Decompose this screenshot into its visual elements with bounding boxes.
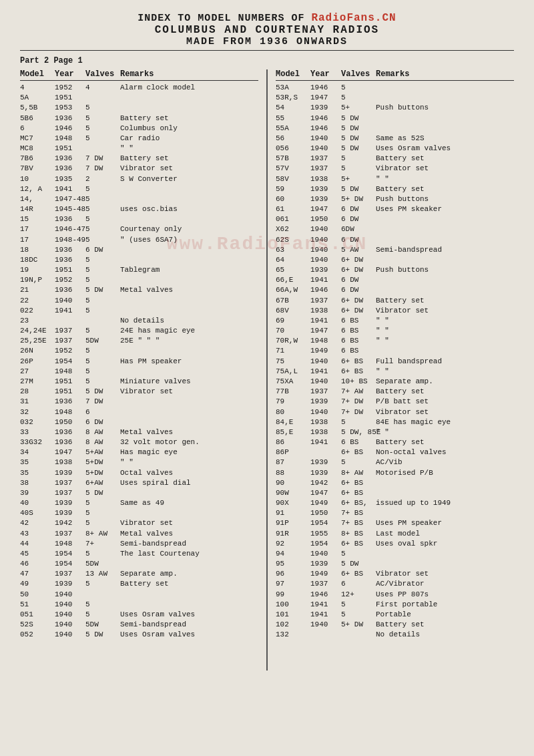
valves-cell	[85, 316, 120, 326]
year-cell: 1948	[55, 367, 85, 377]
year-cell: 1951	[55, 265, 85, 275]
valves-cell: 6 DW	[341, 285, 376, 295]
valves-cell: 5	[85, 518, 120, 528]
valves-cell: 5DW	[85, 336, 120, 346]
valves-cell: 5	[341, 83, 376, 93]
remarks-cell: " (uses 6SA7)	[120, 235, 258, 245]
valves-cell: 8 AW	[85, 427, 120, 437]
model-cell: 52S	[20, 620, 55, 630]
table-row: X62 1940 6DW	[276, 224, 514, 234]
table-row: 77B 1937 7+ AW Battery set	[276, 387, 514, 397]
table-row: 63 1940 5 AW Semi-bandspread	[276, 245, 514, 255]
model-cell: 5B6	[20, 114, 55, 124]
model-cell: 75XA	[276, 377, 310, 387]
valves-cell: 5	[85, 508, 120, 518]
table-row: 52S 1940 5DW Semi-bandspread	[20, 620, 258, 630]
model-cell: 7BV	[20, 164, 55, 174]
valves-cell: 5 DW	[85, 285, 120, 295]
table-row: 96 1949 6+ BS Vibrator set	[276, 569, 514, 579]
remarks-cell: Uses PM skeaker	[376, 204, 514, 214]
model-cell: 38	[20, 478, 55, 488]
table-row: 45 1954 5 The last Courtenay	[20, 549, 258, 559]
table-row: 35 1939 5+DW Octal valves	[20, 468, 258, 478]
valves-cell: 13 AW	[85, 569, 120, 579]
model-cell: 54	[276, 103, 310, 113]
valves-cell: 5	[85, 367, 120, 377]
remarks-cell	[376, 478, 514, 488]
table-row: 43 1937 8+ AW Metal valves	[20, 529, 258, 539]
model-cell: 056	[276, 144, 310, 154]
table-row: 27 1948 5	[20, 367, 258, 377]
model-cell: 7B6	[20, 154, 55, 164]
remarks-cell	[376, 235, 514, 245]
valves-cell: 5 DW	[341, 559, 376, 569]
model-cell: 55A	[276, 124, 310, 134]
model-cell: 45	[20, 549, 55, 559]
brand-watermark: RadioFans.CN	[311, 12, 396, 24]
remarks-cell	[376, 114, 514, 124]
model-cell: 43	[20, 529, 55, 539]
model-cell: 5,5B	[20, 103, 55, 113]
year-cell	[310, 630, 341, 640]
year-cell: 1937	[310, 387, 341, 397]
table-row: 91 1950 7+ BS	[276, 508, 514, 518]
valves-cell: 5 DW	[341, 114, 376, 124]
left-model-header: Model	[20, 69, 55, 79]
remarks-cell	[120, 488, 258, 498]
remarks-cell: Semi-bandspread	[120, 620, 258, 630]
valves-cell: 5	[85, 134, 120, 144]
remarks-cell	[376, 508, 514, 518]
model-cell: 44	[20, 539, 55, 549]
remarks-cell: " "	[120, 457, 258, 467]
model-cell: 51	[20, 600, 55, 610]
year-cell: 1945-48	[55, 204, 85, 214]
model-cell: 99	[276, 590, 310, 600]
valves-cell: 6+ BS	[341, 539, 376, 549]
remarks-cell: Battery set	[376, 620, 514, 630]
valves-cell: 7 DW	[85, 164, 120, 174]
remarks-cell: Portable	[376, 610, 514, 620]
year-cell: 1955	[310, 529, 341, 539]
model-cell: 88	[276, 468, 310, 478]
valves-cell: 6 BS	[341, 326, 376, 336]
model-cell: 032	[20, 417, 55, 427]
remarks-cell: Courtenay only	[120, 224, 258, 234]
right-rows: 53A 1946 5 53R,S 1947 5 54 1939 5+ Push …	[276, 83, 514, 640]
year-cell: 1936	[55, 285, 85, 295]
valves-cell: 5+	[341, 103, 376, 113]
model-cell: 33G32	[20, 437, 55, 447]
model-cell: 18	[20, 245, 55, 255]
table-row: 33 1936 8 AW Metal valves	[20, 427, 258, 437]
table-row: 46 1954 5DW	[20, 559, 258, 569]
table-row: 25,25E 1937 5DW 25E " " "	[20, 336, 258, 346]
model-cell: 27	[20, 367, 55, 377]
model-cell: 55	[276, 114, 310, 124]
year-cell: 1940	[310, 377, 341, 387]
model-cell: 90W	[276, 488, 310, 498]
valves-cell: 6 DW	[341, 235, 376, 245]
year-cell: 1937	[310, 164, 341, 174]
header-line3: MADE FROM 1936 ONWARDS	[20, 36, 514, 51]
model-cell: 95	[276, 559, 310, 569]
remarks-cell: Battery set	[376, 184, 514, 194]
table-row: 15 1936 5	[20, 214, 258, 224]
model-cell: 66,E	[276, 275, 310, 285]
valves-cell: 5	[85, 265, 120, 275]
remarks-cell: Last model	[376, 529, 514, 539]
model-cell: 97	[276, 579, 310, 589]
table-row: 39 1937 5 DW	[20, 488, 258, 498]
table-row: 91R 1955 8+ BS Last model	[276, 529, 514, 539]
table-row: 17 1948-49 5 " (uses 6SA7)	[20, 235, 258, 245]
remarks-cell: " "	[376, 367, 514, 377]
remarks-cell: Uses oval spkr	[376, 539, 514, 549]
year-cell: 1939	[310, 397, 341, 407]
model-cell: 77B	[276, 387, 310, 397]
year-cell: 1937	[55, 336, 85, 346]
year-cell: 1954	[310, 539, 341, 549]
model-cell: 53A	[276, 83, 310, 93]
valves-cell: 6	[85, 407, 120, 417]
table-row: 056 1940 5 DW Uses Osram valves	[276, 144, 514, 154]
columns-wrapper: Model Year Valves Remarks 4 1952 4 Alarm…	[20, 69, 514, 671]
right-column: Model Year Valves Remarks 53A 1946 5 53R…	[272, 69, 514, 671]
year-cell: 1950	[310, 214, 341, 224]
